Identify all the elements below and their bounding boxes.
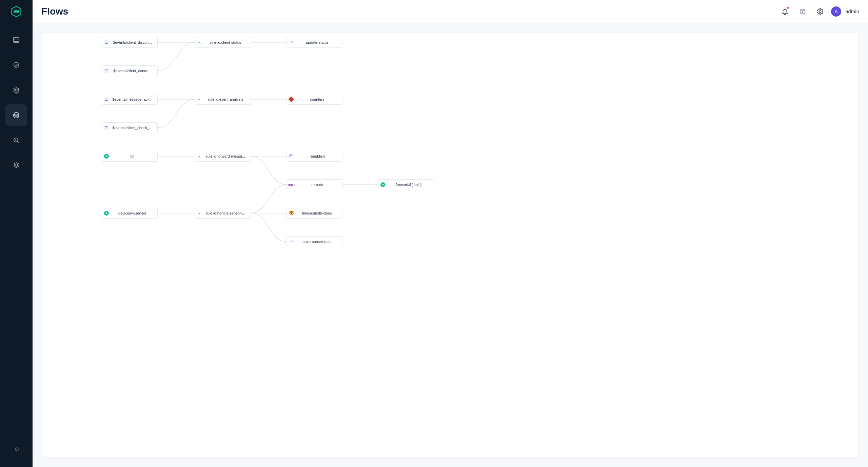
node-rule-event-analysis[interactable]: ∘₊ rule id:event-analysis bbox=[195, 94, 251, 105]
node-rule-handle-sensor[interactable]: ∘₊ rule id:handle-sensor-... bbox=[195, 208, 251, 219]
nav-management-icon[interactable] bbox=[5, 79, 27, 101]
node-label: $events/client_check_... bbox=[111, 126, 157, 130]
nav-diagnose-icon[interactable] bbox=[5, 129, 27, 151]
node-label: counters bbox=[296, 97, 342, 101]
timescaledb-icon: 🐯 bbox=[287, 211, 296, 216]
node-label: rule id:event-analysis bbox=[204, 97, 251, 101]
event-icon bbox=[102, 97, 111, 101]
node-input-client-disconnected[interactable]: $events/client_discon... bbox=[102, 37, 158, 48]
event-icon bbox=[102, 69, 111, 73]
node-label: forward/${topic} bbox=[387, 183, 434, 187]
node-label: rule id:handle-sensor-... bbox=[204, 211, 251, 215]
mqtt-icon: MQTT bbox=[287, 183, 296, 186]
notification-dot bbox=[787, 7, 789, 9]
page-title: Flows bbox=[41, 6, 68, 17]
node-action-save-sensor[interactable]: save-sensor-data bbox=[287, 236, 342, 247]
user-avatar[interactable]: A bbox=[831, 6, 841, 17]
rule-icon: ∘₊ bbox=[195, 40, 204, 45]
flow-edges bbox=[42, 33, 858, 457]
rule-icon: ∘₊ bbox=[195, 154, 204, 159]
notifications-icon[interactable] bbox=[778, 5, 792, 18]
node-action-timescaledb[interactable]: 🐯 timescaledb-cloud bbox=[287, 208, 342, 219]
settings-icon[interactable] bbox=[813, 5, 827, 18]
node-label: republish bbox=[296, 154, 342, 158]
nav-integration-icon[interactable] bbox=[5, 104, 27, 126]
node-action-update-status[interactable]: update-status bbox=[287, 37, 342, 48]
node-action-remote[interactable]: MQTT remote bbox=[287, 179, 342, 190]
node-label: t/# bbox=[111, 154, 157, 158]
rule-icon: ∘₊ bbox=[195, 97, 204, 102]
nav-monitor-icon[interactable] bbox=[5, 29, 27, 51]
node-output-forward-topic[interactable]: forward/${topic} bbox=[378, 179, 434, 190]
node-input-topic-t[interactable]: t/# bbox=[102, 151, 158, 162]
node-label: $events/client_conne... bbox=[111, 69, 157, 73]
event-icon bbox=[102, 40, 111, 44]
nav-access-icon[interactable] bbox=[5, 54, 27, 76]
node-input-message-acked[interactable]: $events/message_ack... bbox=[102, 94, 158, 105]
republish-icon bbox=[287, 154, 296, 158]
svg-point-8 bbox=[819, 11, 821, 13]
header: Flows A admin bbox=[33, 0, 868, 23]
node-label: devices/+/sensor bbox=[111, 211, 157, 215]
node-label: timescaledb-cloud bbox=[296, 211, 342, 215]
main: Flows A admin bbox=[33, 0, 868, 467]
node-label: $events/client_discon... bbox=[111, 40, 157, 44]
sidebar-collapse-icon[interactable] bbox=[5, 439, 27, 460]
node-label: remote bbox=[296, 183, 342, 187]
product-logo bbox=[9, 5, 23, 18]
canvas-scroll[interactable]: $events/client_discon... $events/client_… bbox=[33, 23, 868, 467]
node-input-topic-devices[interactable]: devices/+/sensor bbox=[102, 208, 158, 219]
nav-extensions-icon[interactable] bbox=[5, 155, 27, 176]
topic-icon bbox=[378, 182, 387, 187]
rule-icon: ∘₊ bbox=[195, 211, 204, 216]
node-label: save-sensor-data bbox=[296, 240, 342, 244]
redis-icon bbox=[287, 97, 296, 101]
help-icon[interactable] bbox=[796, 5, 809, 18]
node-label: rule id:forward-messa... bbox=[204, 154, 251, 158]
node-action-counters[interactable]: counters bbox=[287, 94, 342, 105]
topic-icon bbox=[102, 154, 111, 159]
node-rule-forward-message[interactable]: ∘₊ rule id:forward-messa... bbox=[195, 151, 251, 162]
svg-point-2 bbox=[15, 89, 17, 91]
http-icon bbox=[287, 40, 296, 45]
flow-canvas[interactable]: $events/client_discon... $events/client_… bbox=[42, 33, 859, 458]
node-input-client-connected[interactable]: $events/client_conne... bbox=[102, 65, 158, 76]
node-label: $events/message_ack... bbox=[111, 97, 157, 101]
http-icon bbox=[287, 239, 296, 244]
svg-point-7 bbox=[802, 13, 803, 13]
node-rule-client-status[interactable]: ∘₊ rule id:client-status bbox=[195, 37, 251, 48]
username: admin bbox=[845, 8, 859, 14]
svg-rect-1 bbox=[14, 38, 19, 42]
node-label: rule id:client-status bbox=[204, 40, 251, 44]
event-icon bbox=[102, 126, 111, 130]
node-action-republish[interactable]: republish bbox=[287, 151, 342, 162]
sidebar bbox=[0, 0, 33, 467]
topic-icon bbox=[102, 211, 111, 216]
node-label: update-status bbox=[296, 40, 342, 44]
node-input-client-check[interactable]: $events/client_check_... bbox=[102, 122, 158, 133]
